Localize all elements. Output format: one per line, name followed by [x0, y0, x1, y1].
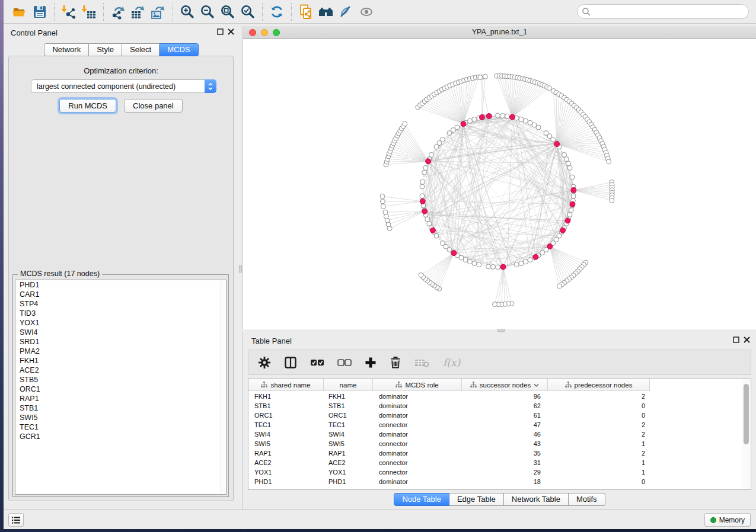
cell-name: ORC1 [324, 411, 373, 420]
show-graphics-details-icon[interactable] [356, 2, 377, 21]
control-panel-title: Control Panel [11, 28, 58, 37]
table-body[interactable]: FKH1FKH1dominator962STB1STB1dominator620… [248, 392, 741, 489]
import-table-icon[interactable] [79, 2, 99, 21]
cell-successor-nodes: 43 [462, 439, 548, 448]
close-panel-button[interactable]: Close panel [124, 99, 183, 113]
list-scrollbar[interactable] [221, 281, 225, 493]
mcds-result-item[interactable]: SRD1 [15, 337, 226, 347]
table-row[interactable]: SWI4SWI4dominator462 [248, 430, 741, 439]
memory-button[interactable]: Memory [704, 513, 751, 527]
table-row[interactable]: RAP1RAP1dominator352 [248, 448, 741, 458]
mcds-tab-content: Optimization criterion: largest connecte… [8, 56, 234, 501]
table-row[interactable]: TEC1TEC1connector472 [248, 420, 741, 430]
tab-select[interactable]: Select [122, 43, 160, 56]
tab-mcds[interactable]: MCDS [160, 43, 198, 56]
show-columns-icon[interactable] [284, 356, 297, 369]
float-panel-icon[interactable] [217, 28, 224, 35]
cell-successor-nodes: 31 [462, 458, 548, 467]
mcds-result-item[interactable]: SWI4 [15, 328, 226, 337]
tab-motifs[interactable]: Motifs [569, 493, 605, 506]
mcds-result-item[interactable]: TEC1 [15, 422, 226, 432]
network-title: YPA_prune.txt_1 [243, 28, 756, 36]
mcds-result-title: MCDS result (17 nodes) [18, 270, 102, 278]
search-input[interactable] [591, 6, 748, 18]
mcds-result-item[interactable]: STP4 [15, 299, 226, 309]
select-all-rows-icon[interactable] [310, 358, 324, 367]
cell-shared-name: YOX1 [248, 467, 324, 477]
tab-network-table[interactable]: Network Table [504, 493, 569, 506]
tab-network[interactable]: Network [44, 43, 89, 56]
column-header-successor-nodes[interactable]: successor nodes [462, 379, 548, 391]
import-network-icon[interactable] [59, 2, 79, 21]
export-image-icon[interactable] [148, 2, 168, 21]
open-session-icon[interactable] [9, 2, 30, 21]
close-panel-icon[interactable] [744, 336, 750, 343]
refresh-layout-icon[interactable] [267, 2, 287, 21]
cell-shared-name: SWI4 [248, 430, 324, 439]
network-canvas[interactable] [243, 39, 756, 329]
tab-edge-table[interactable]: Edge Table [449, 493, 504, 506]
run-mcds-button[interactable]: Run MCDS [59, 99, 116, 113]
tab-style[interactable]: Style [89, 43, 122, 56]
table-row[interactable]: YOX1YOX1connector291 [248, 467, 741, 477]
cell-successor-nodes: 61 [462, 411, 548, 420]
cell-mcds-role: dominator [373, 430, 462, 439]
add-row-icon[interactable] [365, 357, 377, 368]
network-titlebar[interactable]: YPA_prune.txt_1 [243, 26, 756, 39]
mcds-result-item[interactable]: STB1 [15, 403, 226, 413]
table-scrollbar[interactable] [742, 379, 750, 489]
mcds-result-item[interactable]: ACE2 [15, 366, 226, 375]
table-row[interactable]: ACE2ACE2connector311 [248, 458, 741, 467]
cell-predecessor-nodes: 2 [548, 430, 650, 439]
zoom-in-icon[interactable] [177, 2, 197, 21]
zoom-fit-icon[interactable] [218, 2, 238, 21]
network-search-box[interactable] [577, 4, 749, 19]
mcds-result-item[interactable]: TID3 [15, 309, 226, 318]
show-panels-button[interactable] [8, 513, 24, 527]
splitter-handle[interactable] [239, 265, 242, 273]
cell-shared-name: TEC1 [248, 420, 324, 430]
dropdown-stepper[interactable] [205, 79, 216, 93]
mcds-result-item[interactable]: SWI5 [15, 413, 226, 422]
table-row[interactable]: SWI5SWI5connector431 [248, 439, 741, 448]
table-row[interactable]: PHD1PHD1dominator180 [248, 477, 741, 486]
column-header-predecessor-nodes[interactable]: predecessor nodes [548, 379, 650, 391]
close-panel-icon[interactable] [228, 28, 234, 35]
application-window: Control Panel NetworkStyleSelectMCDS Opt… [4, 0, 756, 529]
main-toolbar [4, 0, 756, 24]
table-row[interactable]: FKH1FKH1dominator962 [248, 392, 741, 401]
mcds-result-item[interactable]: ORC1 [15, 384, 226, 394]
hide-graphics-details-icon[interactable] [336, 2, 356, 21]
scrollbar-thumb[interactable] [744, 384, 749, 444]
export-network-icon[interactable] [108, 2, 128, 21]
search-network-icon[interactable] [316, 2, 336, 21]
column-header-shared-name[interactable]: shared name [248, 379, 324, 391]
zoom-out-icon[interactable] [197, 2, 218, 21]
deselect-all-rows-icon[interactable] [337, 358, 352, 367]
network-graph[interactable] [243, 39, 756, 329]
mcds-result-item[interactable]: FKH1 [15, 356, 226, 366]
clone-network-icon[interactable] [296, 2, 316, 21]
mcds-result-item[interactable]: PHD1 [15, 280, 226, 290]
cell-name: YOX1 [324, 467, 373, 477]
optimization-criterion-dropdown[interactable]: largest connected component (undirected) [31, 79, 216, 93]
settings-gear-icon[interactable] [258, 356, 271, 369]
table-row[interactable]: ORC1ORC1dominator610 [248, 411, 741, 420]
export-table-icon[interactable] [128, 2, 148, 21]
column-header-name[interactable]: name [324, 379, 373, 391]
zoom-selected-icon[interactable] [238, 2, 258, 21]
mcds-result-item[interactable]: PMA2 [15, 347, 226, 356]
table-row[interactable]: STB1STB1dominator620 [248, 401, 741, 411]
mcds-result-item[interactable]: STB5 [15, 375, 226, 384]
table-panel-title: Table Panel [251, 336, 292, 345]
tab-node-table[interactable]: Node Table [394, 493, 449, 506]
mcds-result-item[interactable]: CAR1 [15, 290, 226, 299]
mcds-result-item[interactable]: YOX1 [15, 318, 226, 328]
mcds-result-item[interactable]: GCR1 [15, 432, 226, 441]
save-session-icon[interactable] [30, 2, 50, 21]
mcds-result-item[interactable]: RAP1 [15, 394, 226, 403]
mcds-result-list[interactable]: PHD1CAR1STP4TID3YOX1SWI4SRD1PMA2FKH1ACE2… [15, 280, 227, 495]
column-header-mcds-role[interactable]: MCDS role [373, 379, 462, 391]
delete-rows-icon[interactable] [390, 356, 401, 369]
float-panel-icon[interactable] [733, 336, 739, 343]
